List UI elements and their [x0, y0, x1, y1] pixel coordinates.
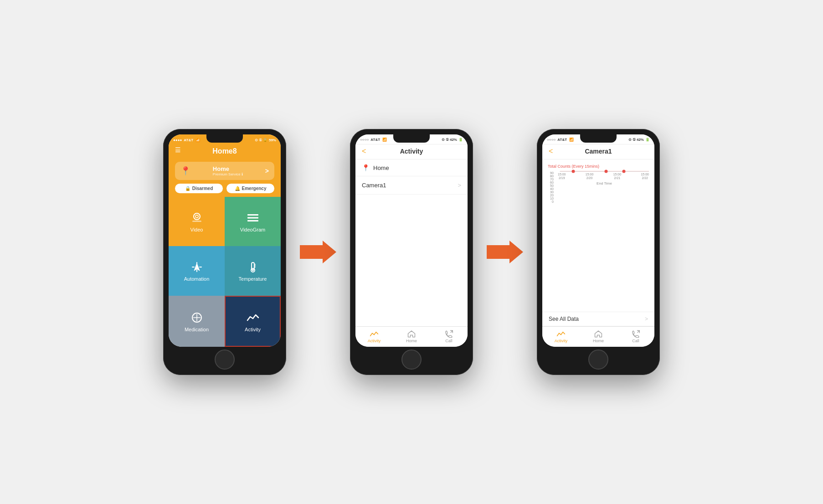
home-button-1[interactable]: [215, 350, 235, 370]
svg-point-10: [195, 266, 198, 268]
activity-tab-icon-2: [370, 329, 379, 338]
phone-2-screen: ○○○○ AT&T 📶 12:01 AM ⊙ ① 42% 🔋 < Activit…: [355, 134, 468, 347]
location-icon: 📍: [180, 166, 190, 176]
camera-row[interactable]: Camera1 >: [355, 176, 468, 195]
home-chevron: >: [265, 167, 269, 175]
emergency-button[interactable]: 🔔 Emergency: [226, 184, 274, 193]
emergency-label: Emergency: [242, 186, 267, 191]
svg-rect-8: [247, 220, 250, 221]
tab-home-2[interactable]: Home: [393, 327, 430, 347]
grid-menu: Video VideoGram: [169, 197, 281, 347]
back-button-3[interactable]: <: [549, 147, 560, 155]
location-label: Home: [373, 165, 389, 171]
tab-bar-3: Activity Home: [542, 326, 654, 347]
carrier-3: ○○○○ AT&T 📶: [547, 138, 574, 142]
grid-item-video[interactable]: Video: [169, 197, 225, 246]
phone-3-screen: ○○○○ AT&T 📶 12:01 AM ⊙ ① 42% 🔋 < Camera1…: [542, 134, 654, 347]
svg-point-1: [195, 215, 198, 218]
phone-1: ●●●● AT&T 📶 3:07 PM ⊙ ① 🔒 59% ☰ Home8 📍: [163, 129, 286, 375]
videogram-icon: [246, 211, 260, 225]
grid-item-activity[interactable]: Activity: [225, 296, 281, 347]
tab-home-3[interactable]: Home: [580, 327, 617, 347]
activity-tab-label-2: Activity: [368, 339, 381, 343]
page-title-2: Activity: [373, 148, 450, 155]
home-tab-icon-3: [594, 329, 603, 338]
see-all-label: See All Data: [549, 316, 579, 322]
medication-label: Medication: [185, 327, 209, 332]
call-tab-icon-2: [444, 329, 453, 338]
video-label: Video: [190, 227, 203, 232]
home-info: Home Premium Service ℹ: [213, 165, 243, 176]
tab-call-2[interactable]: Call: [430, 327, 468, 347]
app-header-1: ☰ Home8: [169, 144, 281, 159]
arrow-2: [487, 238, 523, 266]
call-tab-icon-3: [631, 329, 640, 338]
right-icons-3: ⊙ ① 42% 🔋: [628, 138, 650, 142]
chart-area: Total Counts (Every 15mins) 90 80 70 60 …: [542, 159, 654, 312]
page-title-3: Camera1: [560, 148, 637, 155]
tab-activity-2[interactable]: Activity: [355, 327, 393, 347]
arrow-1: [300, 238, 336, 266]
chart-container: 90 80 70 60 50 40 30 20 10 0: [548, 171, 649, 308]
camera1-header: < Camera1: [542, 144, 654, 159]
premium-label: Premium Service ℹ: [213, 172, 243, 176]
tab-call-3[interactable]: Call: [617, 327, 654, 347]
call-tab-label-2: Call: [445, 339, 453, 343]
carrier-1: ●●●● AT&T 📶: [173, 138, 200, 142]
location-row: 📍 Home: [355, 159, 468, 176]
home-name: Home: [213, 165, 243, 172]
back-button-2[interactable]: <: [362, 147, 373, 155]
home-card-inner[interactable]: 📍 Home Premium Service ℹ >: [175, 162, 274, 180]
x-labels: 15:002/19 15:002/20 15:002/21 15:002/22: [558, 172, 649, 180]
camera-chevron: >: [458, 182, 461, 189]
svg-marker-20: [300, 241, 336, 263]
phone-notch: [206, 134, 243, 143]
scene: ●●●● AT&T 📶 3:07 PM ⊙ ① 🔒 59% ☰ Home8 📍: [163, 129, 660, 375]
grid-item-medication[interactable]: Medication: [169, 296, 225, 347]
grid-item-automation[interactable]: Automation: [169, 246, 225, 295]
activity-tab-icon-3: [556, 329, 566, 338]
automation-icon: [190, 260, 204, 274]
svg-rect-2: [192, 221, 201, 222]
temperature-icon: [246, 260, 260, 274]
disarmed-button[interactable]: 🔒 Disarmed: [175, 184, 223, 193]
chart-wrapper: 90 80 70 60 50 40 30 20 10 0: [560, 171, 649, 172]
activity-header: < Activity: [355, 144, 468, 159]
see-all-row[interactable]: See All Data >: [542, 312, 654, 326]
svg-rect-6: [247, 214, 250, 216]
chart-title: Total Counts (Every 15mins): [548, 164, 649, 169]
right-icons-1: ⊙ ① 🔒 59%: [255, 138, 276, 142]
call-tab-label-3: Call: [632, 339, 639, 343]
disarmed-label: Disarmed: [192, 186, 213, 191]
app-title-1: Home8: [175, 147, 274, 155]
camera-label: Camera1: [362, 182, 386, 189]
right-icons-2: ⊙ ① 42% 🔋: [442, 138, 463, 142]
activity-icon: [246, 310, 260, 325]
phone-notch-2: [393, 134, 430, 143]
svg-point-13: [252, 269, 254, 271]
medication-icon: [190, 310, 204, 325]
tab-activity-3[interactable]: Activity: [542, 327, 580, 347]
home-button-3[interactable]: [588, 350, 608, 370]
automation-label: Automation: [184, 276, 210, 282]
svg-marker-21: [487, 241, 523, 263]
activity-label: Activity: [245, 327, 261, 332]
phone-1-screen: ●●●● AT&T 📶 3:07 PM ⊙ ① 🔒 59% ☰ Home8 📍: [169, 134, 281, 347]
home-button-2[interactable]: [401, 350, 422, 370]
home-tab-icon-2: [407, 329, 416, 338]
end-time-label: End Time: [560, 181, 649, 185]
chart-dot-3: [622, 170, 626, 173]
chart-dot-1: [572, 170, 575, 173]
videogram-label: VideoGram: [240, 227, 265, 232]
grid-item-temperature[interactable]: Temperature: [225, 246, 281, 295]
chart-dot-2: [605, 170, 608, 173]
home-card: 📍 Home Premium Service ℹ >: [169, 159, 281, 184]
phone-3: ○○○○ AT&T 📶 12:01 AM ⊙ ① 42% 🔋 < Camera1…: [537, 129, 660, 375]
video-icon: [190, 211, 204, 225]
svg-point-0: [194, 213, 200, 220]
grid-item-videogram[interactable]: VideoGram: [225, 197, 281, 246]
home-tab-label-2: Home: [406, 339, 417, 343]
home-tab-label-3: Home: [593, 339, 604, 343]
content-spacer-2: [355, 195, 468, 326]
action-buttons: 🔒 Disarmed 🔔 Emergency: [169, 184, 281, 197]
